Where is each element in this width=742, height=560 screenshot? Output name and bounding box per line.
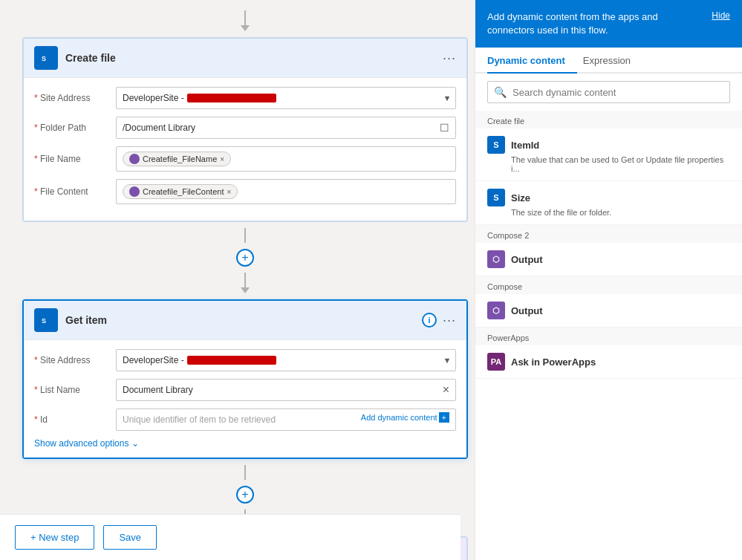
redacted-bar	[187, 94, 276, 102]
show-advanced-text: Show advanced options	[34, 438, 128, 449]
powerapps-icon: PA	[487, 353, 505, 371]
dropdown-arrow: ▾	[445, 93, 449, 103]
site-address-field[interactable]: DeveloperSite - ▾	[116, 87, 456, 109]
svg-text:S: S	[42, 317, 46, 325]
item-ask-powerapps[interactable]: PA Ask in PowerApps	[475, 345, 742, 379]
svg-text:S: S	[42, 55, 46, 62]
folder-icon: ☐	[440, 122, 449, 134]
token-icon	[129, 154, 140, 164]
filename-token-text: Createfile_FileName	[143, 154, 217, 163]
site-address-label: * Site Address	[34, 93, 116, 103]
item-itemid[interactable]: S ItemId The value that can be used to G…	[475, 128, 742, 181]
get-item-header[interactable]: S Get item i ···	[24, 301, 466, 340]
compose2-header: ⬡ Output	[487, 250, 730, 268]
powerapps-name: Ask in PowerApps	[511, 356, 596, 368]
show-advanced[interactable]: Show advanced options ⌄	[34, 438, 456, 449]
itemid-name: ItemId	[511, 140, 539, 151]
size-header: S Size	[487, 189, 730, 206]
token-icon-2	[129, 186, 140, 197]
bottom-bar: + New step Save	[0, 514, 461, 560]
plus-btn-2[interactable]: +	[236, 486, 254, 504]
search-input[interactable]	[512, 87, 723, 98]
gi-id-row: * Id Unique identifier of item to be ret…	[34, 408, 456, 431]
create-file-card: S Create file ··· * Site Address Develop…	[22, 37, 468, 222]
compose2-name: Output	[511, 254, 543, 265]
filecontent-token-close[interactable]: ×	[227, 188, 231, 196]
get-item-dots[interactable]: ···	[443, 313, 456, 328]
gi-id-placeholder: Unique identifier of item to be retrieve…	[123, 414, 276, 425]
compose2-icon: ⬡	[487, 250, 505, 268]
panel-tabs: Dynamic content Expression	[475, 48, 742, 74]
file-content-field[interactable]: Createfile_FileContent ×	[116, 179, 456, 204]
itemid-icon: S	[487, 136, 505, 154]
info-button[interactable]: i	[422, 313, 437, 328]
folder-path-row: * Folder Path /Document Library ☐	[34, 117, 456, 139]
tab-dynamic-content[interactable]: Dynamic content	[487, 48, 577, 74]
gi-dropdown-arrow: ▾	[445, 355, 449, 365]
panel-header-text: Add dynamic content from the apps and co…	[487, 10, 704, 37]
gi-list-row: * List Name Document Library ×	[34, 379, 456, 401]
compose-name: Output	[511, 305, 543, 316]
gi-site-field[interactable]: DeveloperSite - ▾	[116, 349, 456, 371]
chevron-down-icon: ⌄	[131, 438, 139, 449]
panel-content: Create file S ItemId The value that can …	[475, 111, 742, 560]
filecontent-token: Createfile_FileContent ×	[123, 184, 238, 199]
arrow-1	[244, 228, 246, 243]
file-name-row: * File Name Createfile_FileName ×	[34, 146, 456, 172]
gi-id-field[interactable]: Unique identifier of item to be retrieve…	[116, 408, 456, 431]
gi-list-value: Document Library	[123, 385, 193, 395]
file-name-field[interactable]: Createfile_FileName ×	[116, 146, 456, 172]
section-compose2: Compose 2	[475, 225, 742, 243]
gi-list-field[interactable]: Document Library ×	[116, 379, 456, 401]
get-item-title: Get item	[65, 314, 422, 326]
plus-btn-1[interactable]: +	[236, 249, 254, 267]
filecontent-token-text: Createfile_FileContent	[143, 187, 224, 196]
section-create-file: Create file	[475, 111, 742, 128]
sp-icon: S	[34, 46, 58, 70]
item-compose-output[interactable]: ⬡ Output	[475, 294, 742, 328]
create-file-title: Create file	[65, 52, 443, 64]
file-content-row: * File Content Createfile_FileContent ×	[34, 179, 456, 204]
section-powerapps: PowerApps	[475, 328, 742, 345]
get-item-card: S Get item i ··· * Site Address Develope…	[22, 299, 468, 459]
panel-header: Add dynamic content from the apps and co…	[475, 0, 742, 48]
gi-clear-btn[interactable]: ×	[443, 383, 449, 397]
dynamic-content-panel: Add dynamic content from the apps and co…	[475, 0, 742, 560]
create-file-menu: ···	[443, 51, 456, 66]
powerapps-header: PA Ask in PowerApps	[487, 353, 730, 371]
gi-site-address-row: * Site Address DeveloperSite - ▾	[34, 349, 456, 371]
filename-token: Createfile_FileName ×	[123, 152, 231, 166]
section-compose: Compose	[475, 276, 742, 294]
site-address-row: * Site Address DeveloperSite - ▾	[34, 87, 456, 109]
itemid-desc: The value that can be used to Get or Upd…	[487, 155, 730, 173]
search-box: 🔍	[487, 81, 730, 103]
create-file-header[interactable]: S Create file ···	[24, 39, 466, 78]
add-dynamic-btn[interactable]: Add dynamic content +	[361, 412, 449, 423]
new-step-button[interactable]: + New step	[15, 525, 94, 550]
save-button[interactable]: Save	[103, 525, 157, 550]
size-desc: The size of the file or folder.	[487, 208, 730, 217]
hide-button[interactable]: Hide	[712, 10, 730, 21]
item-size[interactable]: S Size The size of the file or folder.	[475, 181, 742, 225]
arrow-1b	[241, 273, 250, 293]
folder-path-value: /Document Library	[123, 123, 195, 133]
tab-expression[interactable]: Expression	[583, 48, 642, 74]
compose-icon: ⬡	[487, 302, 505, 319]
itemid-header: S ItemId	[487, 136, 730, 154]
get-item-menu: i ···	[422, 313, 456, 328]
filename-token-close[interactable]: ×	[220, 155, 224, 163]
gi-list-label: * List Name	[34, 385, 116, 395]
search-icon: 🔍	[494, 86, 507, 98]
gi-id-label: * Id	[34, 414, 116, 425]
size-name: Size	[511, 192, 530, 204]
folder-path-label: * Folder Path	[34, 123, 116, 133]
compose-header: ⬡ Output	[487, 302, 730, 319]
item-compose2-output[interactable]: ⬡ Output	[475, 243, 742, 276]
gi-redacted	[187, 356, 276, 365]
get-item-sp-icon: S	[34, 308, 58, 332]
plus-dynamic[interactable]: +	[439, 412, 449, 423]
create-file-body: * Site Address DeveloperSite - ▾ * Folde…	[24, 78, 466, 221]
gi-site-label: * Site Address	[34, 355, 116, 365]
folder-path-field[interactable]: /Document Library ☐	[116, 117, 456, 139]
create-file-dots[interactable]: ···	[443, 51, 456, 66]
